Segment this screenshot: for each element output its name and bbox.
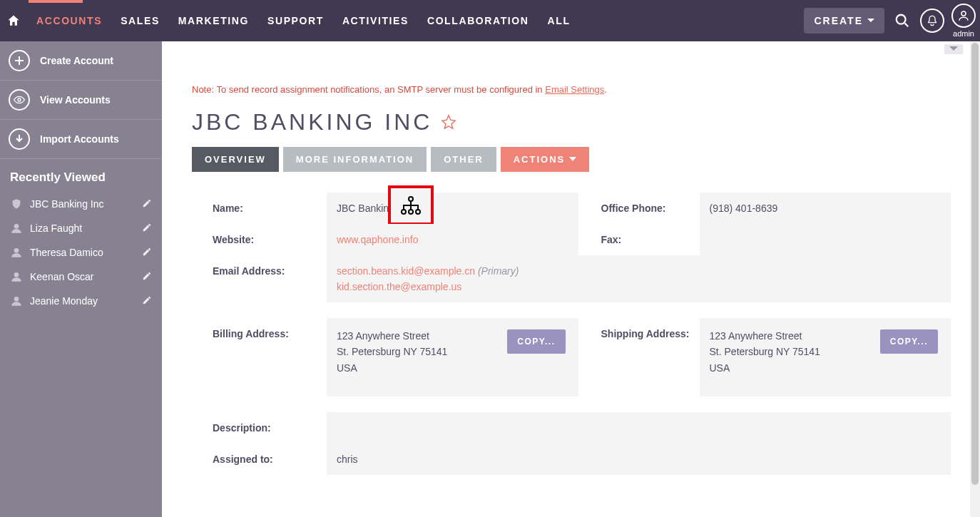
billing-copy-button[interactable]: COPY... (507, 329, 565, 354)
nav-activities[interactable]: ACTIVITIES (333, 0, 418, 41)
name-label: Name: (213, 193, 327, 224)
person-icon (10, 295, 23, 307)
create-label: CREATE (814, 15, 863, 26)
user-menu[interactable]: admin (951, 4, 976, 38)
chevron-down-icon (569, 157, 576, 163)
fax-value[interactable] (700, 224, 951, 255)
page-title-text: JBC BANKING INC (192, 109, 432, 135)
sidebar-import-label: Import Accounts (40, 133, 119, 145)
email-secondary-link[interactable]: kid.section.the@example.us (337, 281, 461, 292)
billing-value[interactable]: 123 Anywhere Street St. Petersburg NY 75… (327, 318, 578, 396)
main-content: Note: To send record assignment notifica… (162, 41, 980, 517)
search-icon[interactable] (892, 10, 913, 31)
sidebar-view-accounts[interactable]: View Accounts (0, 81, 162, 120)
tab-more-information[interactable]: MORE INFORMATION (283, 147, 427, 172)
download-circle-icon (9, 128, 30, 150)
recent-label: JBC Banking Inc (30, 198, 135, 210)
recent-label: Jeanie Monday (30, 295, 135, 307)
notifications-icon[interactable] (920, 9, 944, 33)
svg-point-7 (409, 197, 413, 201)
nav-support[interactable]: SUPPORT (258, 0, 333, 41)
pencil-icon[interactable] (142, 271, 152, 283)
billing-label: Billing Address: (213, 318, 327, 396)
shipping-label: Shipping Address: (578, 318, 700, 396)
tab-overview[interactable]: OVERVIEW (192, 147, 279, 172)
svg-point-5 (14, 272, 19, 277)
chevron-down-icon (867, 17, 874, 24)
note-suffix: . (604, 84, 607, 95)
shipping-line3: USA (710, 360, 941, 376)
person-icon (10, 222, 23, 235)
scrollbar-thumb[interactable] (971, 43, 979, 485)
create-button[interactable]: CREATE (804, 8, 884, 34)
sidebar-create-label: Create Account (40, 55, 113, 66)
recently-viewed-heading: Recently Viewed (0, 159, 162, 192)
user-avatar-icon (951, 4, 976, 28)
home-icon[interactable] (0, 14, 27, 28)
panel-collapse-toggle[interactable] (944, 44, 963, 54)
svg-point-4 (14, 248, 19, 253)
sidebar-create-account[interactable]: Create Account (0, 41, 162, 81)
nav-marketing[interactable]: MARKETING (169, 0, 258, 41)
office-phone-value[interactable]: (918) 401-8639 (700, 193, 951, 224)
pencil-icon[interactable] (142, 295, 152, 307)
nav-all[interactable]: ALL (539, 0, 580, 41)
tab-other[interactable]: OTHER (431, 147, 496, 172)
svg-point-8 (402, 210, 406, 214)
svg-point-2 (18, 98, 21, 101)
favorite-star-icon[interactable] (441, 109, 456, 135)
assigned-text: chris (337, 454, 358, 465)
description-label: Description: (213, 412, 327, 444)
recent-item[interactable]: JBC Banking Inc (0, 192, 162, 216)
office-phone-label: Office Phone: (578, 193, 700, 224)
email-primary-link[interactable]: section.beans.kid@example.cn (337, 265, 475, 277)
assigned-value[interactable]: chris (327, 444, 951, 475)
plus-circle-icon (9, 50, 30, 71)
svg-point-6 (14, 297, 19, 302)
svg-point-1 (961, 11, 966, 16)
recent-label: Keenan Oscar (30, 271, 135, 282)
sidebar: Create Account View Accounts Import Acco… (0, 41, 162, 517)
org-chart-icon[interactable] (399, 195, 422, 216)
nav-collaboration[interactable]: COLLABORATION (418, 0, 539, 41)
pencil-icon[interactable] (142, 198, 152, 210)
description-value[interactable] (327, 412, 951, 444)
tab-actions-label: ACTIONS (514, 154, 566, 165)
vertical-scrollbar[interactable] (970, 41, 980, 517)
smtp-note: Note: To send record assignment notifica… (192, 48, 971, 105)
email-primary-note: (Primary) (478, 265, 519, 277)
website-link[interactable]: www.qaphone.info (337, 234, 418, 245)
recent-item[interactable]: Liza Faught (0, 216, 162, 240)
email-value[interactable]: section.beans.kid@example.cn (Primary) k… (327, 255, 951, 302)
eye-circle-icon (9, 89, 30, 111)
note-prefix: Note: To send record assignment notifica… (192, 84, 545, 95)
email-settings-link[interactable]: Email Settings (545, 84, 604, 95)
recent-item[interactable]: Keenan Oscar (0, 265, 162, 289)
recent-label: Liza Faught (30, 222, 135, 234)
nav-accounts[interactable]: ACCOUNTS (27, 0, 111, 41)
svg-point-11 (409, 210, 413, 214)
name-value[interactable]: JBC Banking Inc (327, 193, 578, 224)
svg-point-10 (416, 210, 420, 214)
pencil-icon[interactable] (142, 222, 152, 235)
recent-item[interactable]: Jeanie Monday (0, 289, 162, 313)
sidebar-import-accounts[interactable]: Import Accounts (0, 120, 162, 159)
recent-item[interactable]: Theresa Damico (0, 240, 162, 265)
nav-items: ACCOUNTS SALES MARKETING SUPPORT ACTIVIT… (27, 0, 580, 41)
website-label: Website: (213, 224, 327, 255)
sidebar-view-label: View Accounts (40, 94, 111, 106)
recent-label: Theresa Damico (30, 247, 135, 258)
detail-tabs: OVERVIEW MORE INFORMATION OTHER ACTIONS (192, 147, 971, 172)
person-icon (10, 270, 23, 283)
shipping-value[interactable]: 123 Anywhere Street St. Petersburg NY 75… (700, 318, 951, 396)
email-label: Email Address: (213, 255, 327, 302)
page-title: JBC BANKING INC (192, 105, 971, 147)
nav-sales[interactable]: SALES (111, 0, 169, 41)
person-icon (10, 246, 23, 259)
tab-actions[interactable]: ACTIONS (501, 147, 590, 172)
shipping-copy-button[interactable]: COPY... (880, 329, 938, 354)
office-phone-text: (918) 401-8639 (710, 203, 778, 214)
pencil-icon[interactable] (142, 247, 152, 259)
website-value[interactable]: www.qaphone.info (327, 224, 578, 255)
user-label: admin (953, 29, 974, 38)
